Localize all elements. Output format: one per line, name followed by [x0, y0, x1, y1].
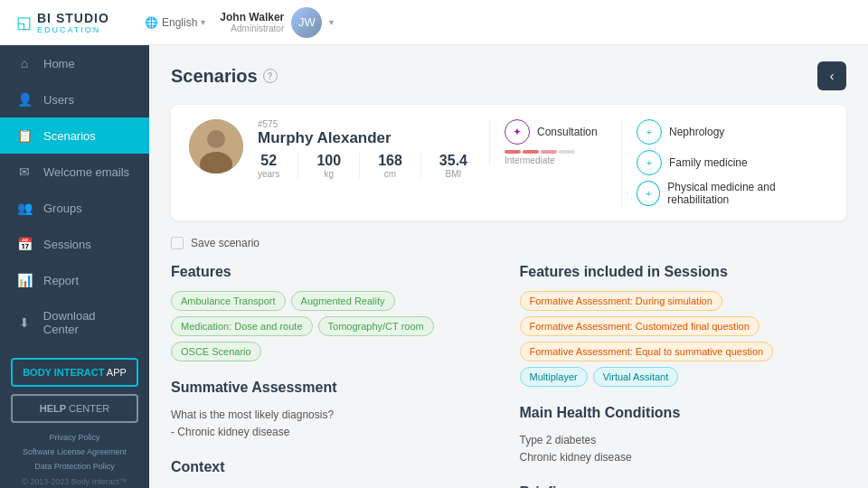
- sidebar-item-sessions[interactable]: 📅Sessions: [0, 226, 149, 262]
- help-label-bold: HELP: [40, 403, 66, 414]
- consultation-icon: ✦: [505, 119, 530, 145]
- features-sessions-tags: Formative Assessment: During simulationF…: [520, 291, 847, 387]
- user-menu-chevron[interactable]: ▾: [329, 17, 334, 27]
- level-item: Intermediate: [505, 150, 607, 165]
- patient-stat-kg: 100kg: [316, 153, 341, 179]
- stat-label-cm: cm: [378, 169, 402, 179]
- nav-icon-welcome-emails: ✉: [16, 164, 33, 179]
- nav-label-report: Report: [43, 274, 79, 287]
- health-conditions-section: Main Health Conditions Type 2 diabetesCh…: [520, 405, 847, 466]
- specialty-label: Physical medicine and rehabilitation: [667, 181, 828, 206]
- nav-icon-users: 👤: [16, 92, 33, 107]
- patient-id: #575: [258, 119, 467, 129]
- features-title: Features: [171, 264, 498, 280]
- level-label: Intermediate: [505, 155, 555, 165]
- context-section: Context Mr. Alexander has not been feeli…: [171, 459, 498, 488]
- sidebar-item-groups[interactable]: 👥Groups: [0, 190, 149, 226]
- privacy-policy-link[interactable]: Privacy Policy: [11, 430, 138, 445]
- globe-icon: 🌐: [145, 16, 158, 29]
- main-content: Scenarios ? ‹ #575 Murphy Alexander 52ye…: [149, 45, 868, 488]
- sidebar-item-report[interactable]: 📊Report: [0, 262, 149, 298]
- summative-answer: - Chronic kidney disease: [171, 424, 498, 441]
- save-scenario-label: Save scenario: [191, 237, 259, 249]
- nav-icon-groups: 👥: [16, 201, 33, 215]
- save-scenario-checkbox[interactable]: [171, 237, 184, 249]
- nav-label-groups: Groups: [43, 202, 82, 215]
- patient-stat-years: 52years: [258, 153, 279, 179]
- session-feature-tag[interactable]: Formative Assessment: Customized final q…: [520, 316, 760, 336]
- context-title: Context: [171, 459, 498, 475]
- level-dot-4: [559, 150, 575, 154]
- specialty-item: +Nephrology: [637, 119, 828, 145]
- session-feature-tag[interactable]: Formative Assessment: During simulation: [520, 291, 722, 311]
- page-title: Scenarios ?: [171, 66, 278, 87]
- feature-tag[interactable]: Tomography/CT room: [318, 316, 434, 336]
- logo-subtitle: EDUCATION: [37, 25, 109, 34]
- help-center-button[interactable]: HELP CENTER: [11, 394, 138, 423]
- session-feature-tag[interactable]: Formative Assessment: Equal to summative…: [520, 342, 774, 361]
- header-right: 🌐 English ▾ John Walker Administrator JW…: [145, 7, 334, 38]
- right-column: Features included in Sessions Formative …: [520, 264, 847, 488]
- nav-label-welcome-emails: Welcome emails: [43, 165, 129, 179]
- language-selector[interactable]: 🌐 English ▾: [145, 16, 205, 29]
- features-tags: Ambulance TransportAugmented RealityMedi…: [171, 291, 498, 361]
- body-interact-button[interactable]: BODY INTERACT APP: [11, 358, 138, 387]
- user-name: John Walker: [220, 11, 284, 23]
- consultation-label: Consultation: [537, 126, 598, 138]
- features-section: Features Ambulance TransportAugmented Re…: [171, 264, 498, 361]
- feature-tag[interactable]: Medication: Dose and route: [171, 316, 313, 336]
- stat-value-BMI: 35.4: [439, 153, 467, 169]
- level-bar: [505, 150, 575, 154]
- patient-stat-BMI: 35.4BMI: [439, 153, 467, 179]
- nav-label-sessions: Sessions: [43, 238, 91, 251]
- level-dot-3: [541, 150, 557, 154]
- stat-divider: [420, 153, 421, 179]
- sidebar-item-home[interactable]: ⌂Home: [0, 45, 149, 81]
- patient-info: #575 Murphy Alexander 52years100kg168cm3…: [258, 119, 467, 179]
- specialty-item: +Physical medicine and rehabilitation: [637, 181, 828, 206]
- patient-stat-cm: 168cm: [378, 153, 402, 179]
- user-role: Administrator: [220, 23, 284, 33]
- patient-specialties: +Nephrology+Family medicine+Physical med…: [621, 119, 828, 206]
- stat-divider: [297, 153, 298, 179]
- summative-section: Summative Assessment What is the most li…: [171, 380, 498, 441]
- health-condition-item: Type 2 diabetes: [520, 432, 847, 449]
- sidebar-item-scenarios[interactable]: 📋Scenarios: [0, 117, 149, 154]
- left-column: Features Ambulance TransportAugmented Re…: [171, 264, 498, 488]
- nav-icon-report: 📊: [16, 273, 33, 287]
- help-icon[interactable]: ?: [263, 69, 278, 83]
- specialty-item: +Family medicine: [637, 150, 828, 175]
- specialty-icon: +: [637, 150, 662, 175]
- session-feature-tag[interactable]: Multiplayer: [520, 367, 588, 387]
- sidebar-item-welcome-emails[interactable]: ✉Welcome emails: [0, 154, 149, 190]
- nav-icon-home: ⌂: [16, 56, 33, 70]
- patient-card: #575 Murphy Alexander 52years100kg168cm3…: [171, 105, 846, 221]
- health-conditions-title: Main Health Conditions: [520, 405, 847, 421]
- feature-tag[interactable]: Augmented Reality: [291, 291, 395, 311]
- feature-tag[interactable]: Ambulance Transport: [171, 291, 286, 311]
- nav-icon-download-center: ⬇: [16, 315, 33, 330]
- data-protection-link[interactable]: Data Protection Policy: [11, 459, 138, 474]
- save-row: Save scenario: [171, 237, 846, 249]
- copyright-text: © 2013-2023 Body Interact™: [22, 477, 127, 486]
- sidebar-item-download-center[interactable]: ⬇Download Center: [0, 298, 149, 347]
- stat-label-years: years: [258, 169, 279, 179]
- logo-area: ◱ BI STUDIO EDUCATION: [0, 0, 145, 45]
- specialty-label: Family medicine: [669, 156, 748, 169]
- feature-tag[interactable]: OSCE Scenario: [171, 342, 261, 361]
- patient-photo: [189, 119, 243, 174]
- specialty-label: Nephrology: [669, 126, 724, 138]
- summative-question: What is the most likely diagnosis?: [171, 407, 498, 424]
- patient-stats: 52years100kg168cm35.4BMI: [258, 153, 467, 179]
- session-feature-tag[interactable]: Virtual Assitant: [593, 367, 679, 387]
- briefing-section: Briefing 62-year-old male. He complains …: [520, 484, 847, 488]
- avatar[interactable]: JW: [291, 7, 322, 38]
- patient-meta: ✦ Consultation Intermediate: [489, 119, 607, 165]
- stat-value-cm: 168: [378, 153, 402, 169]
- sidebar-item-users[interactable]: 👤Users: [0, 81, 149, 117]
- collapse-button[interactable]: ‹: [817, 61, 846, 90]
- stat-divider: [359, 153, 360, 179]
- features-sessions-title: Features included in Sessions: [520, 264, 847, 280]
- software-license-link[interactable]: Software License Agreement: [11, 445, 138, 459]
- specialty-icon: +: [637, 119, 662, 145]
